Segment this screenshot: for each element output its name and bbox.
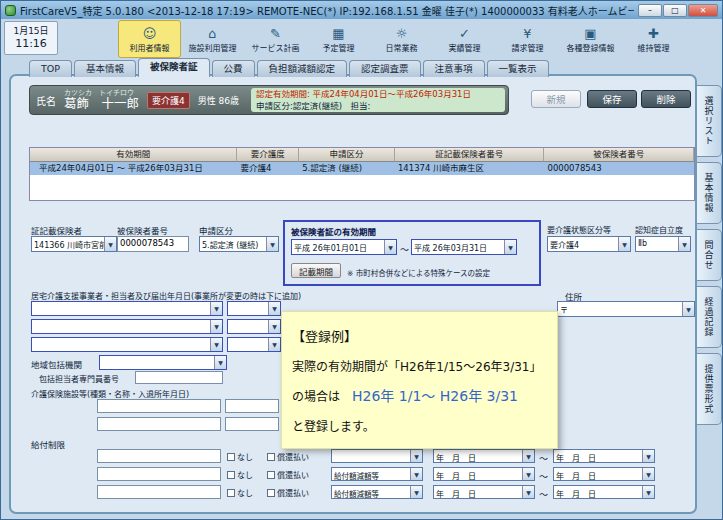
postal-address-field[interactable]: 〒 <box>557 301 695 317</box>
benefit-to-select-1[interactable]: 年 月 日 <box>553 449 655 463</box>
calendar-icon: ▦ <box>332 26 344 41</box>
benefit-field-2[interactable] <box>97 467 221 481</box>
side-tab-basic-info[interactable]: 基本情報 <box>697 162 722 224</box>
benefit-reduction-select-1[interactable] <box>331 449 423 463</box>
side-tab-progress-record[interactable]: 経過記録 <box>697 286 722 348</box>
close-button[interactable]: ✕ <box>688 4 718 17</box>
note-line-3: と登録します。 <box>292 417 547 434</box>
chevron-down-icon <box>642 450 654 462</box>
validity-note: ※ 市町村合併などによる特殊ケースの設定 <box>347 267 490 278</box>
tab-top[interactable]: TOP <box>29 60 72 77</box>
chevron-down-icon <box>268 320 280 333</box>
table-row[interactable]: 平成24年04月01日 ～ 平成26年03月31日 要介護4 5.認定済 (継続… <box>30 162 694 175</box>
chevron-down-icon <box>678 237 690 251</box>
delete-button[interactable]: 削除 <box>641 90 691 108</box>
facility-sub-field-2[interactable] <box>225 417 279 431</box>
chevron-down-icon <box>522 468 534 480</box>
facility-label: 介護保険施設等(種類・名称・入退所年月日) <box>31 388 189 399</box>
benefit-reimburse-checkbox-3[interactable]: 償還払い <box>267 487 309 498</box>
side-tabs: 選択リスト 基本情報 問合せ 経過記録 提供票形式 <box>697 85 722 430</box>
toolbar-item-billing[interactable]: ¥ 請求管理 <box>496 20 559 58</box>
chevron-down-icon <box>210 338 222 351</box>
benefit-from-select-2[interactable]: 年 月 日 <box>433 467 535 481</box>
facility-field-2[interactable] <box>97 417 221 431</box>
save-button[interactable]: 保存 <box>587 90 637 108</box>
column-header-care-level[interactable]: 要介護度 <box>237 148 299 162</box>
title-bar: FirstCareV5_特定 5.0.180 <2013-12-18 17:19… <box>1 1 722 19</box>
new-button[interactable]: 新規 <box>531 90 581 108</box>
minimize-button[interactable]: – <box>638 4 662 17</box>
support-office-sub-select-1[interactable] <box>227 301 281 316</box>
application-select[interactable]: 5.認定済 (継続) <box>199 236 279 252</box>
validity-period-box: 被保険者証の有効期間 平成 26年01月01日 ～ 平成 26年03月31日 記… <box>283 220 541 286</box>
tab-burden-reduction[interactable]: 負担額減額認定 <box>257 60 348 77</box>
results-icon: ✓ <box>459 26 470 41</box>
insurer-select[interactable]: 141366 川崎市宮前区 <box>31 236 117 252</box>
staff-number-label: 包括担当者専門員番号 <box>39 373 119 384</box>
patient-sex-age: 男性 86歳 <box>198 94 239 107</box>
benefit-from-select-3[interactable]: 年 月 日 <box>433 485 535 499</box>
column-header-insured-number[interactable]: 被保険者番号 <box>544 148 694 162</box>
chevron-down-icon <box>210 320 222 333</box>
chevron-down-icon <box>410 450 422 462</box>
benefit-to-select-3[interactable]: 年 月 日 <box>553 485 655 499</box>
toolbar-item-service-plan[interactable]: ✎ サービス計画 <box>244 20 307 58</box>
column-header-application[interactable]: 申請区分 <box>299 148 395 162</box>
tab-list-view[interactable]: 一覧表示 <box>487 60 549 77</box>
benefit-to-select-2[interactable]: 年 月 日 <box>553 467 655 481</box>
staff-number-field[interactable] <box>135 371 223 384</box>
toolbar-item-schedule[interactable]: ▦ 予定管理 <box>307 20 370 58</box>
facility-field-1[interactable] <box>97 399 221 413</box>
benefit-reduction-select-3[interactable]: 給付額減額等 <box>331 485 423 499</box>
tab-public-expense[interactable]: 公費 <box>212 60 255 77</box>
support-office-sub-select-3[interactable] <box>227 337 281 352</box>
benefit-none-checkbox-2[interactable]: なし <box>227 469 253 480</box>
tab-notes[interactable]: 注意事項 <box>423 60 485 77</box>
benefit-reimburse-checkbox-2[interactable]: 償還払い <box>267 469 309 480</box>
tab-basic-info[interactable]: 基本情報 <box>74 60 136 77</box>
validity-from-select[interactable]: 平成 26年01月01日 <box>291 239 397 255</box>
side-tab-select-list[interactable]: 選択リスト <box>697 85 722 157</box>
benefit-none-checkbox-3[interactable]: なし <box>227 487 253 498</box>
support-office-label: 居宅介護支援事業者・担当者及び届出年月日(事業所が変更の時は下に追加) <box>31 290 301 301</box>
kisai-kikan-button[interactable]: 記載期間 <box>291 263 341 278</box>
facility-sub-field-1[interactable] <box>225 399 279 413</box>
validity-to-select[interactable]: 平成 26年03月31日 <box>411 239 517 255</box>
side-tab-form-style[interactable]: 提供票形式 <box>697 353 722 425</box>
dementia-level-select[interactable]: Ⅱb <box>635 236 691 252</box>
chevron-down-icon <box>268 338 280 351</box>
maximize-button[interactable]: □ <box>663 4 687 17</box>
note-title: 【登録例】 <box>292 326 547 345</box>
tab-insurance-card[interactable]: 被保険者証 <box>138 58 210 77</box>
community-center-select[interactable] <box>99 355 227 370</box>
tab-certification-survey[interactable]: 認定調査票 <box>349 60 421 77</box>
toolbar-item-facility-use[interactable]: ⌂ 施設利用管理 <box>181 20 244 58</box>
toolbar-item-maintenance[interactable]: ✚ 維持管理 <box>622 20 685 58</box>
column-header-validity[interactable]: 有効期間 <box>30 148 237 162</box>
benefit-none-checkbox-1[interactable]: なし <box>227 451 253 462</box>
note-highlight-dates: H26年 1/1～ H26年 3/31 <box>352 388 518 404</box>
toolbar-item-user-info[interactable]: ☺ 利用者情報 <box>118 20 181 58</box>
care-level-select[interactable]: 要介護4 <box>547 236 631 252</box>
toolbar-item-registration[interactable]: ▣ 各種登録情報 <box>559 20 622 58</box>
toolbar-item-daily-work[interactable]: ☼ 日常業務 <box>370 20 433 58</box>
support-office-select-1[interactable] <box>31 301 223 316</box>
application-status: 申請区分:認定済(継続) 担当: <box>256 101 500 113</box>
support-office-select-2[interactable] <box>31 319 223 334</box>
insurance-history-table: 有効期間 要介護度 申請区分 証記載保険者番号 被保険者番号 平成24年04月0… <box>29 147 695 201</box>
toolbar-item-results[interactable]: ✓ 実績管理 <box>433 20 496 58</box>
benefit-from-select-1[interactable]: 年 月 日 <box>433 449 535 463</box>
support-office-select-3[interactable] <box>31 337 223 352</box>
chevron-down-icon <box>214 356 226 369</box>
benefit-field-3[interactable] <box>97 485 221 499</box>
chevron-down-icon <box>384 240 396 254</box>
side-tab-inquiry[interactable]: 問合せ <box>697 229 722 281</box>
user-info-icon: ☺ <box>143 26 157 41</box>
benefit-reduction-select-2[interactable]: 給付額減額等 <box>331 467 423 481</box>
insured-number-field[interactable]: 0000078543 <box>117 236 189 252</box>
column-header-insurer-number[interactable]: 証記載保険者番号 <box>395 148 545 162</box>
benefit-reimburse-checkbox-1[interactable]: 償還払い <box>267 451 309 462</box>
benefit-field-1[interactable] <box>97 449 221 463</box>
care-level-badge: 要介護4 <box>147 92 190 109</box>
support-office-sub-select-2[interactable] <box>227 319 281 334</box>
